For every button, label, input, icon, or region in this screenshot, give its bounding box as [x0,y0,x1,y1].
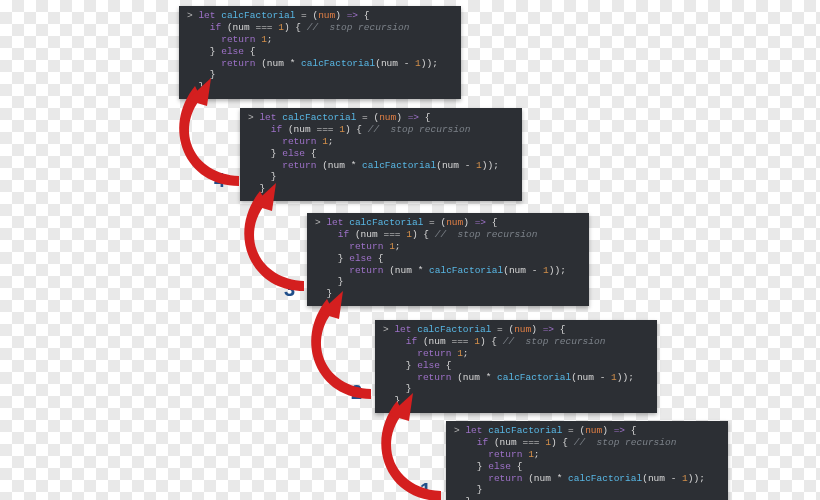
recursion-arrow-4 [369,393,469,500]
code-block-4: > let calcFactorial = (num) => { if (num… [446,421,728,500]
recursion-arrow-2 [232,183,332,303]
recursion-arrow-1 [167,78,267,198]
